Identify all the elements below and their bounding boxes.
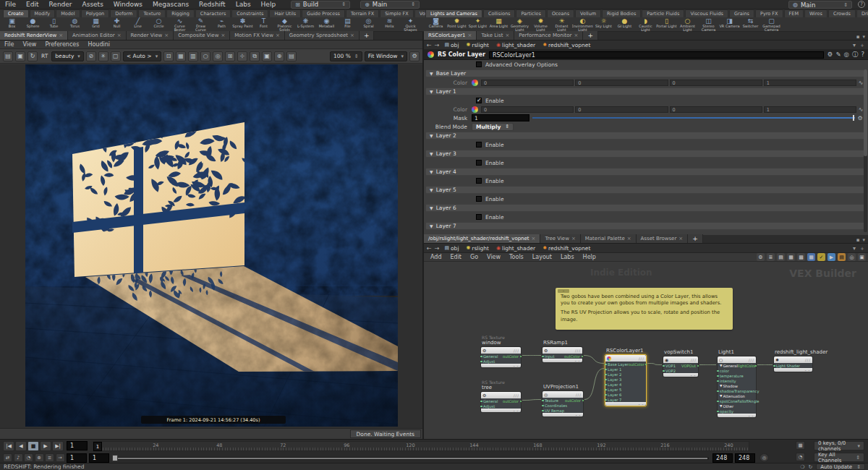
shelf-tool-box[interactable]: ▣Box xyxy=(1,17,22,32)
shelf-tool-portal-light[interactable]: ▯Portal Light xyxy=(656,17,677,32)
shelf-tool-spray-paint[interactable]: ✽Spray Paint xyxy=(232,17,253,32)
menu-assets[interactable]: Assets xyxy=(77,1,109,8)
color-component-field[interactable]: 0 xyxy=(670,80,762,86)
shelf-tool-vr-camera[interactable]: ◨VR Camera xyxy=(719,17,740,32)
section-base-layer[interactable]: ▼Base Layer xyxy=(425,69,867,77)
net-menu-edit[interactable]: Edit xyxy=(446,254,467,260)
shelf-tab-oceans[interactable]: Oceans xyxy=(547,9,574,17)
section-layer-7[interactable]: ▼Layer 7 xyxy=(425,222,867,230)
node-row-layer-2[interactable]: Layer 2 xyxy=(605,372,646,377)
circle-region-icon[interactable]: ○ xyxy=(200,51,210,61)
shelf-tab-create[interactable]: Create xyxy=(3,9,29,17)
layer-5-enable-checkbox[interactable] xyxy=(476,196,482,202)
tab-tree-view[interactable]: Tree View× xyxy=(540,234,580,243)
shelf-tool-spiral[interactable]: ◎Spiral xyxy=(358,17,379,32)
timeline-ruler[interactable]: 1 24487296120144168192216240 xyxy=(93,441,749,451)
node-rscolorlayer1[interactable]: RSColorLayer1///Base LayeroutColorLayer … xyxy=(605,354,647,406)
layer-6-enable-checkbox[interactable] xyxy=(476,214,482,220)
section-layer-5[interactable]: ▼Layer 5 xyxy=(425,186,867,194)
shelf-tool-spot-light[interactable]: ✦Spot Light xyxy=(467,17,488,32)
node-vopswitch1[interactable]: vopSwitch1◉///VOP1VOPOutVOP2⌄ ⌄ xyxy=(663,356,699,377)
keyframe-options-icon[interactable]: ≡ xyxy=(45,453,54,462)
shelf-tool-platonic-solids[interactable]: ◆Platonic Solids xyxy=(274,17,295,32)
layer-3-enable-checkbox[interactable] xyxy=(476,160,482,166)
node-window[interactable]: RS Texturewindow⚙///GeneraloutColorAdjus… xyxy=(480,346,522,368)
export-keys-icon[interactable]: ⇄ xyxy=(3,453,12,462)
node-row-general[interactable]: GeneraloutColor xyxy=(481,354,521,359)
close-tab-icon[interactable]: × xyxy=(678,236,683,242)
shelf-tab-simple-fx[interactable]: Simple FX xyxy=(380,9,413,17)
forward-icon[interactable]: → xyxy=(435,245,440,252)
grid-snap-icon[interactable]: ▦ xyxy=(787,253,795,261)
tab-render-view[interactable]: Render View× xyxy=(127,31,174,40)
settings-gear-icon[interactable]: ⚙ xyxy=(409,51,420,61)
mask-slider-handle[interactable] xyxy=(853,115,854,121)
center-icon[interactable]: ⊹ xyxy=(237,51,247,61)
tab-composite-view[interactable]: Composite View× xyxy=(174,31,230,40)
shelf-tab-characters[interactable]: Characters xyxy=(195,9,231,17)
close-tab-icon[interactable]: × xyxy=(627,236,631,242)
close-tab-icon[interactable]: × xyxy=(164,33,169,38)
shelf-tab-drive-simulation[interactable]: Drive Simulation xyxy=(856,9,868,17)
menu-file[interactable]: File xyxy=(0,1,21,8)
menu-render[interactable]: Render xyxy=(44,1,77,8)
node-tree[interactable]: RS Texturetree⚙///GeneraloutColorAdjust⌄… xyxy=(480,391,522,413)
range-end-field[interactable]: 248 xyxy=(712,453,733,463)
range-slider-handle[interactable] xyxy=(112,455,118,461)
find-icon[interactable]: ◎ xyxy=(848,253,856,261)
shelf-tab-rigid-bodies[interactable]: Rigid Bodies xyxy=(602,9,641,17)
mask-value-field[interactable]: 1 xyxy=(472,114,529,121)
shelf-tool-point-light[interactable]: ✹Point Light xyxy=(446,17,467,32)
help-button[interactable]: ? xyxy=(858,1,865,8)
shelf-tool-circle[interactable]: ○Circle xyxy=(148,17,169,32)
node-row-other[interactable]: ▼Other xyxy=(718,403,756,409)
scoped-channels-icon[interactable]: ▦ xyxy=(796,441,805,450)
gear-icon[interactable]: ⚙ xyxy=(827,51,833,59)
color-component-field[interactable]: 1 xyxy=(764,106,856,113)
color-component-field[interactable]: 0 xyxy=(481,106,574,113)
net-menu-view[interactable]: View xyxy=(482,254,505,260)
crumb-rslight[interactable]: ✺rslight xyxy=(464,245,491,252)
shelf-tool-sky-light[interactable]: ☼Sky Light xyxy=(593,17,614,32)
shelf-tab-constraints[interactable]: Constraints xyxy=(231,9,268,17)
open-snapshot-icon[interactable]: ▤ xyxy=(3,51,13,61)
tab-motion-fx-view[interactable]: Motion FX View× xyxy=(230,31,285,40)
shelf-tab-modify[interactable]: Modify xyxy=(30,9,56,17)
crumb-rslight[interactable]: ✺rslight xyxy=(464,42,491,48)
net-menu-labs[interactable]: Labs xyxy=(556,254,579,260)
tab-obj-rslight-light-shader-redshift-vopnet[interactable]: /obj/rslight/light_shader/redshift_vopne… xyxy=(424,234,540,243)
shelf-tab-grains[interactable]: Grains xyxy=(729,9,754,17)
shelf-tab-viscous-fluids[interactable]: Viscous Fluids xyxy=(685,9,728,17)
tab-add[interactable]: + xyxy=(359,31,375,40)
overview-icon[interactable]: ▣ xyxy=(858,253,866,261)
network-canvas[interactable]: Indie Edition VEX Builder – Two gobos ha… xyxy=(424,262,868,439)
node-row-coordinates[interactable]: Coordinates xyxy=(542,403,583,408)
audio-icon[interactable]: ♪ xyxy=(14,453,23,462)
node-row-shadow[interactable]: ▼Shadow xyxy=(718,383,756,388)
rv-menu-preferences[interactable]: Preferences xyxy=(41,41,83,48)
color-component-field[interactable]: 0 xyxy=(670,106,762,113)
range-start-field-2[interactable]: 1 xyxy=(89,453,109,463)
global-animation-icon[interactable]: ⊕ xyxy=(35,453,44,462)
section-layer-4[interactable]: ▼Layer 4 xyxy=(425,168,867,176)
play-forward-button[interactable]: ▶ xyxy=(40,441,51,451)
color-component-field[interactable]: 0 xyxy=(575,106,668,113)
shelf-tool-distant-light[interactable]: ☀Distant Light xyxy=(551,17,572,32)
color-component-field[interactable]: 0 xyxy=(481,80,574,86)
back-icon[interactable]: ← xyxy=(427,42,432,48)
net-menu-go[interactable]: Go xyxy=(466,254,482,260)
sticky-note-collapse[interactable]: – xyxy=(558,289,569,293)
disable-icon[interactable]: ⊘ xyxy=(86,51,96,61)
mask-slider[interactable] xyxy=(532,114,855,121)
node-row-intensity[interactable]: intensity xyxy=(718,378,756,383)
shelf-tab-guide-process[interactable]: Guide Process xyxy=(302,9,345,17)
node-row-layer-1[interactable]: Layer 1 xyxy=(605,367,646,372)
jump-to-end-button[interactable]: ▶| xyxy=(52,441,64,451)
shelf-tool-curve-bezier[interactable]: ∿Curve Bezier xyxy=(169,17,190,32)
menu-redshift[interactable]: Redshift xyxy=(194,1,231,8)
close-tab-icon[interactable]: × xyxy=(505,33,509,38)
brush-icon[interactable]: ✎ xyxy=(835,51,841,59)
color-wheel-swatch[interactable] xyxy=(472,80,478,86)
shelf-tool-camera[interactable]: ◙Camera xyxy=(425,17,446,32)
node-row-general[interactable]: GeneraloutColor xyxy=(481,398,521,403)
